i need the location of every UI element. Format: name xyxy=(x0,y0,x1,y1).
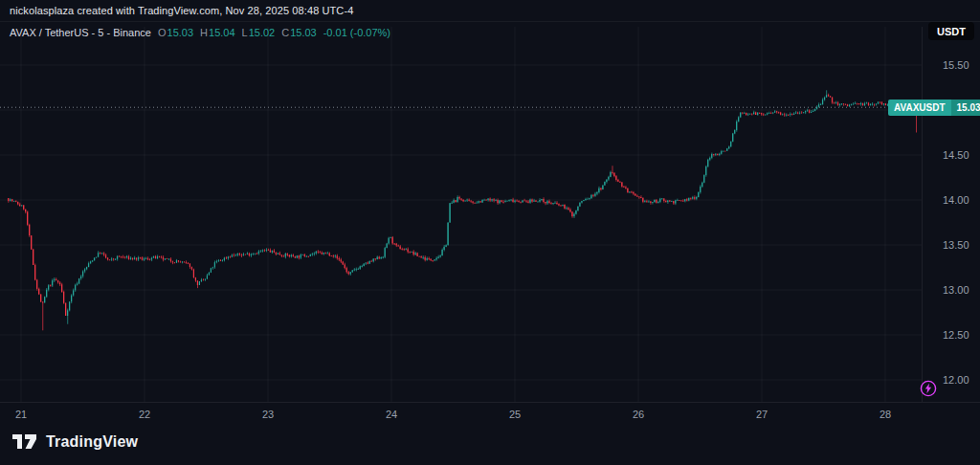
ohlc-open-label: O xyxy=(158,27,167,38)
time-tick-label: 24 xyxy=(386,409,397,420)
price-tick-label: 12.00 xyxy=(943,374,969,386)
price-tick-label: 13.00 xyxy=(943,284,969,296)
currency-toggle-button[interactable]: USDT xyxy=(928,22,974,40)
price-tick-label: 14.00 xyxy=(943,194,969,206)
header-divider xyxy=(0,21,980,22)
time-tick-label: 23 xyxy=(262,409,274,420)
price-tick-label: 15.50 xyxy=(943,59,969,71)
candlestick-chart[interactable] xyxy=(0,27,922,402)
chart-legend: AVAX / TetherUS - 5 - Binance O15.03 H15… xyxy=(10,27,390,38)
ohlc-low: L15.02 xyxy=(242,27,276,38)
price-tick-label: 14.50 xyxy=(943,149,969,161)
ohlc-high: H15.04 xyxy=(200,27,234,38)
ohlc-low-value: 15.02 xyxy=(249,27,276,38)
tradingview-logo[interactable]: TradingView xyxy=(11,432,138,451)
price-tick-label: 12.50 xyxy=(943,329,969,341)
ohlc-high-label: H xyxy=(200,27,208,38)
attribution-text: nickolasplaza created with TradingView.c… xyxy=(10,5,353,16)
ohlc-low-label: L xyxy=(242,27,248,38)
price-badge-value: 15.03 xyxy=(951,100,980,116)
time-axis[interactable]: 2122232425262728 xyxy=(0,402,980,427)
ohlc-high-value: 15.04 xyxy=(209,27,235,38)
tradingview-chart-page: nickolasplaza created with TradingView.c… xyxy=(0,0,980,465)
tradingview-logo-icon xyxy=(11,432,37,451)
ohlc-close-value: 15.03 xyxy=(290,27,317,38)
price-tick-label: 13.50 xyxy=(943,239,969,251)
time-tick-label: 22 xyxy=(139,409,150,420)
ohlc-close: C15.03 xyxy=(281,27,316,38)
time-tick-label: 28 xyxy=(880,409,891,420)
lightning-icon xyxy=(920,380,937,397)
price-badge-symbol: AVAXUSDT xyxy=(888,100,951,116)
time-tick-label: 27 xyxy=(756,409,768,420)
time-tick-label: 26 xyxy=(633,409,644,420)
ohlc-close-label: C xyxy=(281,27,289,38)
time-tick-label: 25 xyxy=(509,409,521,420)
boost-button[interactable] xyxy=(920,380,937,397)
last-price-badge: AVAXUSDT 15.03 xyxy=(888,100,980,116)
ohlc-open: O15.03 xyxy=(158,27,193,38)
price-axis[interactable]: 15.5015.0014.5014.0013.5013.0012.5012.00 xyxy=(922,27,980,402)
tradingview-logo-text: TradingView xyxy=(46,433,138,451)
symbol-title[interactable]: AVAX / TetherUS - 5 - Binance xyxy=(10,27,151,38)
ohlc-change: -0.01 (-0.07%) xyxy=(323,27,390,38)
time-tick-label: 21 xyxy=(15,409,27,420)
ohlc-open-value: 15.03 xyxy=(167,27,194,38)
